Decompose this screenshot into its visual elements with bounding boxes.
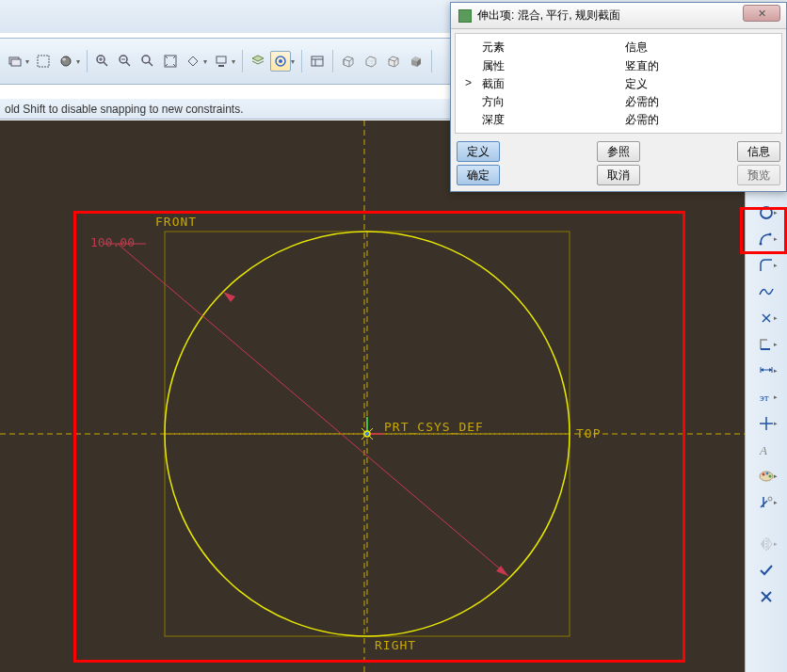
sketch-tools-panel: ▸ ▸ ▸ ▸ ▸ ▸ ▸ эт ▸ ▸ A ▸ ▸ xyxy=(745,120,787,672)
define-button[interactable]: 定义 xyxy=(457,141,500,162)
trim-tool-icon[interactable]: ▸ xyxy=(753,493,779,512)
view-layers-icon[interactable] xyxy=(5,51,25,72)
zoom-out-icon[interactable] xyxy=(115,51,136,72)
orient-icon[interactable] xyxy=(183,51,203,72)
shading-icon[interactable] xyxy=(406,51,426,72)
svg-point-4 xyxy=(62,58,66,61)
text-tool-icon[interactable]: A xyxy=(753,440,779,459)
svg-point-57 xyxy=(768,497,772,501)
svg-rect-16 xyxy=(218,65,224,67)
zoom-fit-icon[interactable] xyxy=(137,51,158,72)
svg-point-41 xyxy=(769,233,772,236)
svg-point-18 xyxy=(279,59,282,63)
no-hidden-icon[interactable] xyxy=(383,51,404,72)
dropdown-arrow-icon[interactable]: ▾ xyxy=(25,57,29,66)
front-datum-label: FRONT xyxy=(155,215,197,229)
svg-point-55 xyxy=(766,472,769,475)
mirror-tool-icon[interactable]: ▸ xyxy=(753,535,779,553)
saved-view-icon[interactable] xyxy=(211,51,232,72)
top-datum-label: TOP xyxy=(576,426,601,440)
dialog-row[interactable]: > 截面 定义 xyxy=(456,75,781,93)
constraint-tool-icon[interactable]: ▸ xyxy=(753,414,779,433)
svg-text:A: A xyxy=(759,443,767,457)
dialog-row[interactable]: 方向 必需的 xyxy=(456,93,781,111)
sketch-viewport[interactable]: FRONT TOP RIGHT PRT_CSYS_DEF 100.00 xyxy=(0,120,745,672)
wireframe-icon[interactable] xyxy=(338,51,359,72)
zoom-in-icon[interactable] xyxy=(92,51,113,72)
close-button[interactable]: ✕ xyxy=(743,5,780,22)
view-manager-icon[interactable] xyxy=(307,51,328,72)
dimension-value[interactable]: 100.00 xyxy=(90,235,135,249)
svg-rect-1 xyxy=(11,59,21,66)
box-select-icon[interactable] xyxy=(33,51,54,72)
right-datum-label: RIGHT xyxy=(375,638,416,652)
svg-point-37 xyxy=(365,432,369,436)
header-element: 元素 xyxy=(465,40,616,56)
dropdown-arrow-icon[interactable]: ▾ xyxy=(76,57,80,66)
svg-rect-2 xyxy=(38,56,49,67)
dialog-titlebar[interactable]: 伸出项: 混合, 平行, 规则截面 ✕ xyxy=(451,3,786,29)
ref-button[interactable]: 参照 xyxy=(597,141,640,162)
dialog-title: 伸出项: 混合, 平行, 规则截面 xyxy=(477,8,620,24)
dimension-tool-icon[interactable]: ▸ xyxy=(753,361,779,380)
svg-rect-19 xyxy=(312,56,323,66)
preview-button[interactable]: 预览 xyxy=(737,165,780,185)
modify-tool-icon[interactable]: эт ▸ xyxy=(753,388,779,407)
use-edge-tool-icon[interactable]: ▸ xyxy=(753,335,779,354)
svg-line-6 xyxy=(104,62,107,66)
layers-icon[interactable] xyxy=(248,51,268,72)
svg-point-54 xyxy=(763,473,765,476)
done-icon[interactable] xyxy=(753,561,779,580)
svg-line-28 xyxy=(118,244,508,576)
spline-tool-icon[interactable] xyxy=(753,282,779,301)
dropdown-arrow-icon[interactable]: ▾ xyxy=(291,57,295,66)
svg-point-39 xyxy=(761,207,772,218)
svg-line-13 xyxy=(149,62,153,66)
svg-rect-15 xyxy=(217,56,226,63)
datum-display-icon[interactable] xyxy=(270,51,291,72)
dialog-icon xyxy=(458,9,472,23)
fillet-tool-icon[interactable]: ▸ xyxy=(753,256,779,275)
cancel-button[interactable]: 取消 xyxy=(597,165,640,185)
dialog-list: 元素 信息 属性 竖直的 > 截面 定义 方向 必需的 深度 必需的 xyxy=(455,33,782,134)
refit-icon[interactable] xyxy=(160,51,181,72)
hidden-line-icon[interactable] xyxy=(361,51,381,72)
dropdown-arrow-icon[interactable]: ▾ xyxy=(203,57,207,66)
dialog-row[interactable]: 属性 竖直的 xyxy=(456,57,781,75)
protrusion-dialog: 伸出项: 混合, 平行, 规则截面 ✕ 元素 信息 属性 竖直的 > 截面 定义… xyxy=(450,2,787,192)
svg-point-12 xyxy=(142,56,150,63)
svg-marker-30 xyxy=(223,292,235,302)
dialog-row[interactable]: 深度 必需的 xyxy=(456,111,781,129)
point-tool-icon[interactable]: ▸ xyxy=(753,309,779,328)
ok-button[interactable]: 确定 xyxy=(457,165,500,185)
svg-point-3 xyxy=(61,56,71,66)
palette-tool-icon[interactable]: ▸ xyxy=(753,467,779,486)
header-info: 信息 xyxy=(616,40,772,56)
sphere-icon[interactable] xyxy=(56,51,76,72)
circle-tool-icon[interactable]: ▸ xyxy=(753,203,779,222)
svg-text:эт: эт xyxy=(760,392,769,403)
svg-line-10 xyxy=(126,62,130,66)
cancel-icon[interactable] xyxy=(753,587,779,606)
arc-tool-icon[interactable]: ▸ xyxy=(753,230,779,248)
info-button[interactable]: 信息 xyxy=(737,141,780,162)
csys-label: PRT_CSYS_DEF xyxy=(384,420,484,434)
svg-point-56 xyxy=(769,475,772,478)
svg-point-40 xyxy=(760,243,763,246)
dropdown-arrow-icon[interactable]: ▾ xyxy=(232,57,235,66)
